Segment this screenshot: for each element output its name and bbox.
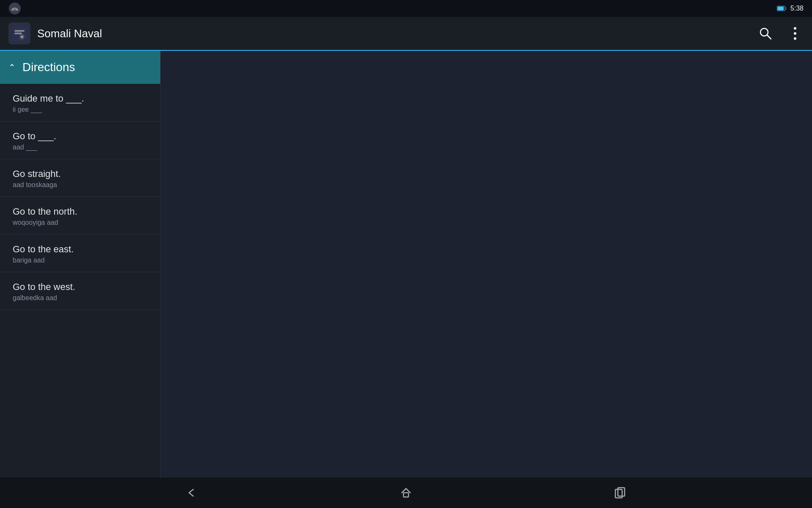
svg-rect-6 bbox=[14, 30, 25, 32]
svg-rect-4 bbox=[778, 7, 784, 10]
list-item[interactable]: Go to the north. woqooyiga aad bbox=[0, 197, 160, 235]
home-button[interactable] bbox=[393, 482, 419, 503]
phrase-somali-4: bariga aad bbox=[13, 257, 148, 264]
list-item[interactable]: Go to the west. galbeedka aad bbox=[0, 272, 160, 310]
left-panel: ⌃ Directions Guide me to ___. ii gee ___… bbox=[0, 51, 161, 478]
app-bar: Somali Naval bbox=[0, 17, 812, 51]
recents-icon bbox=[614, 486, 627, 500]
status-bar: 5:38 bbox=[0, 0, 812, 17]
phrase-english-5: Go to the west. bbox=[13, 282, 148, 293]
phrase-english-1: Go to ___. bbox=[13, 131, 148, 142]
phrase-somali-3: woqooyiga aad bbox=[13, 219, 148, 226]
battery-indicator bbox=[777, 6, 786, 11]
navigation-bar bbox=[0, 478, 812, 508]
search-button[interactable] bbox=[757, 25, 774, 42]
back-icon bbox=[185, 486, 198, 500]
chevron-up-icon: ⌃ bbox=[8, 62, 16, 72]
time-display: 5:38 bbox=[790, 5, 804, 12]
phrase-somali-0: ii gee ___ bbox=[13, 106, 148, 113]
svg-point-13 bbox=[794, 37, 796, 40]
phrase-english-0: Guide me to ___. bbox=[13, 93, 148, 104]
phrase-somali-2: aad tooskaaga bbox=[13, 181, 148, 189]
svg-point-12 bbox=[794, 32, 796, 35]
list-item[interactable]: Go to the east. bariga aad bbox=[0, 235, 160, 272]
app-title: Somali Naval bbox=[37, 27, 750, 40]
back-button[interactable] bbox=[179, 482, 204, 503]
svg-line-10 bbox=[767, 35, 771, 39]
search-icon bbox=[759, 27, 772, 40]
svg-rect-14 bbox=[403, 493, 409, 497]
svg-rect-7 bbox=[14, 33, 22, 34]
phrase-english-3: Go to the north. bbox=[13, 206, 148, 217]
recents-button[interactable] bbox=[608, 482, 633, 503]
android-icon bbox=[8, 2, 21, 15]
content-area: ⌃ Directions Guide me to ___. ii gee ___… bbox=[0, 51, 812, 478]
status-bar-right: 5:38 bbox=[777, 5, 804, 12]
home-icon bbox=[399, 486, 413, 500]
overflow-icon bbox=[793, 27, 797, 40]
overflow-menu-button[interactable] bbox=[787, 25, 804, 42]
svg-point-2 bbox=[16, 9, 17, 11]
phrase-english-2: Go straight. bbox=[13, 168, 148, 179]
phrase-english-4: Go to the east. bbox=[13, 244, 148, 255]
list-item[interactable]: Go straight. aad tooskaaga bbox=[0, 159, 160, 197]
app-bar-actions bbox=[757, 25, 804, 42]
phrase-somali-5: galbeedka aad bbox=[13, 294, 148, 302]
status-bar-left bbox=[8, 2, 21, 15]
list-item[interactable]: Go to ___. aad ___ bbox=[0, 121, 160, 159]
category-title: Directions bbox=[22, 61, 75, 74]
svg-point-11 bbox=[794, 27, 796, 30]
right-panel bbox=[161, 51, 812, 478]
app-icon bbox=[8, 22, 30, 44]
app-logo-icon bbox=[12, 26, 27, 41]
phrase-somali-1: aad ___ bbox=[13, 144, 148, 151]
svg-point-1 bbox=[12, 9, 14, 11]
category-header-directions[interactable]: ⌃ Directions bbox=[0, 51, 160, 84]
list-item[interactable]: Guide me to ___. ii gee ___ bbox=[0, 84, 160, 121]
